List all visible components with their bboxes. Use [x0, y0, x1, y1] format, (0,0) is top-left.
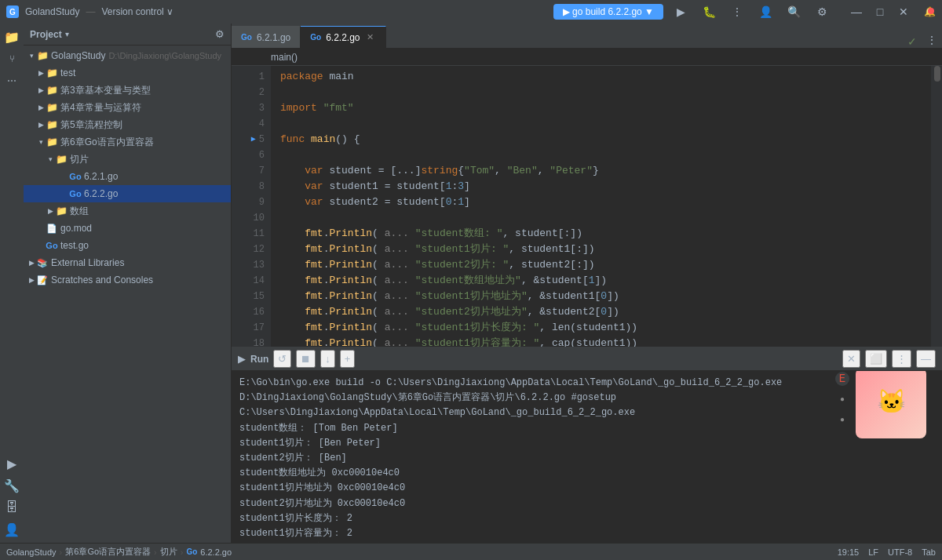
run-minimize-button[interactable]: — [916, 350, 936, 368]
vscroll-thumb[interactable] [934, 66, 940, 82]
run-add-button[interactable]: + [340, 350, 356, 368]
tab-icon-622: Go [310, 33, 321, 42]
tree-item-scratches[interactable]: ▶ 📝 Scratches and Consoles [24, 271, 231, 289]
tree-item-ch5[interactable]: ▶ 📁 第5章流程控制 [24, 116, 231, 133]
tree-item-6.2.1[interactable]: ▶ Go 6.2.1.go [24, 168, 231, 185]
run-scroll-button[interactable]: ↓ [320, 350, 335, 368]
version-control-button[interactable]: Version control ∨ [101, 6, 173, 17]
tree-item-test[interactable]: ▶ 📁 test [24, 64, 231, 82]
code-line-8: var student1 = student[1:3] [280, 179, 931, 195]
sidebar-icon-settings[interactable]: 🔧 [2, 475, 22, 496]
run-output-line-1: E:\Go\bin\go.exe build -o C:\Users\DingJ… [239, 376, 934, 405]
run-panel-header: ▶ Run ↺ ⏹ ↓ + ✕ ⬜ ⋮ — [232, 347, 942, 371]
sidebar-icon-more[interactable]: ⋯ [2, 71, 22, 91]
status-lf[interactable]: LF [868, 547, 878, 557]
tab-close-622[interactable]: ✕ [365, 32, 376, 43]
status-path-1[interactable]: GolangStudy [6, 547, 57, 557]
tree-label-slices: 切片 [70, 153, 89, 166]
sidebar-icon-bottom1[interactable]: 👤 [2, 519, 22, 540]
line-18: 18 [232, 336, 271, 347]
line-10: 10 [232, 210, 271, 226]
status-path-3[interactable]: 切片 [160, 546, 177, 558]
tree-label-ch5: 第5章流程控制 [60, 118, 122, 132]
tree-icon-slices: 📁 [55, 153, 68, 165]
status-right: 19:15 LF UTF-8 Tab [838, 547, 936, 557]
tab-more-icon[interactable]: ⋮ [925, 32, 939, 48]
sidebar-icon-folder[interactable]: 📁 [2, 27, 22, 47]
run-stop-button[interactable]: ⏹ [296, 350, 316, 368]
tree-item-ch4[interactable]: ▶ 📁 第4章常量与运算符 [24, 99, 231, 116]
run-restart-button[interactable]: ↺ [273, 350, 291, 368]
code-content[interactable]: package main import "fmt" func main() { … [271, 66, 931, 347]
window-controls: — □ ✕ [845, 3, 915, 20]
tree-arrow-test: ▶ [36, 68, 46, 78]
tree-item-ch3[interactable]: ▶ 📁 第3章基本变量与类型 [24, 82, 231, 99]
tab-6.2.2[interactable]: Go 6.2.2.go ✕ [301, 26, 385, 48]
maximize-button[interactable]: □ [869, 3, 891, 20]
tree-item-testgo[interactable]: ▶ Go test.go [24, 237, 231, 254]
tree-item-ch6[interactable]: ▾ 📁 第6章Go语言内置容器 [24, 133, 231, 151]
sidebar-icon-db[interactable]: 🗄 [2, 497, 22, 518]
code-line-7: var student = [...]string{"Tom", "Ben", … [280, 163, 931, 179]
project-panel-header: Project ▾ ⚙ [24, 24, 231, 45]
app-icon: G [6, 5, 19, 18]
app-title: GolandStudy [25, 6, 79, 17]
code-editor[interactable]: 1 2 3 4 ▶5 6 7 8 9 10 11 12 13 14 15 16 [232, 66, 942, 347]
tab-actions: ⋮ [922, 32, 942, 48]
tree-icon-ch4: 📁 [46, 101, 58, 114]
minimize-button[interactable]: — [845, 3, 867, 20]
tree-label-arrays: 数组 [70, 205, 89, 218]
run-output: 🐱 E ● ● E:\Go\bin\go.exe build -o C:\Use… [232, 371, 942, 543]
tab-6.2.1[interactable]: Go 6.2.1.go [232, 26, 301, 48]
tree-label-ch6: 第6章Go语言内置容器 [60, 136, 154, 149]
settings-icon-button[interactable]: ⚙ [811, 3, 833, 20]
tree-item-arrays[interactable]: ▶ 📁 数组 [24, 202, 231, 220]
search-icon-button[interactable]: 🔍 [783, 3, 805, 20]
tree-icon-root: 📁 [36, 49, 49, 62]
profile-icon-button[interactable]: 👤 [754, 3, 776, 20]
status-lf-label: LF [868, 547, 878, 557]
tree-item-gomod[interactable]: ▶ 📄 go.mod [24, 220, 231, 237]
run-output-line-6: student数组地址为 0xc00010e4c0 [239, 466, 934, 481]
line-15: 15 [232, 289, 271, 304]
tree-arrow-arrays: ▶ [46, 206, 55, 216]
run-build-button[interactable]: ▶ go build 6.2.2.go ▼ [553, 4, 663, 20]
status-bar: GolangStudy › 第6章Go语言内置容器 › 切片 › Go 6.2.… [0, 543, 942, 560]
tree-icon-gomod: 📄 [46, 222, 58, 235]
status-position[interactable]: 19:15 [838, 547, 860, 557]
line-4: 4 [232, 116, 271, 132]
run-output-line-7: student1切片地址为 0xc00010e4c0 [239, 481, 934, 496]
status-path-2[interactable]: 第6章Go语言内置容器 [65, 546, 151, 558]
status-indent[interactable]: Tab [922, 547, 936, 557]
tree-arrow-ch4: ▶ [36, 103, 46, 112]
sidebar-icon-git[interactable]: ⑂ [2, 49, 22, 69]
notification-bell[interactable]: 🔔 [924, 6, 936, 17]
run-panel: ▶ Run ↺ ⏹ ↓ + ✕ ⬜ ⋮ — 🐱 [232, 347, 942, 543]
run-output-line-2: C:\Users\DingJiaxiong\AppData\Local\Temp… [239, 405, 934, 420]
sidebar-icon-run-side[interactable]: ▶ [2, 453, 22, 474]
sidebar-icons: 📁 ⑂ ⋯ ▶ 🔧 🗄 👤 [0, 24, 24, 543]
project-header-gear[interactable]: ⚙ [215, 28, 225, 40]
project-panel: Project ▾ ⚙ ▾ 📁 GolangStudy D:\DingJiaxi… [24, 24, 232, 543]
tree-item-6.2.2[interactable]: ▶ Go 6.2.2.go [24, 185, 231, 202]
run-icon-button[interactable]: ▶ [670, 3, 692, 20]
tree-item-ext-libs[interactable]: ▶ 📚 External Libraries [24, 254, 231, 271]
debug-icon-button[interactable]: 🐛 [698, 3, 720, 20]
code-line-6 [280, 147, 931, 163]
run-close-button[interactable]: ✕ [842, 350, 860, 368]
tree-label-ch3: 第3章基本变量与类型 [60, 84, 151, 97]
tree-item-slices[interactable]: ▾ 📁 切片 [24, 151, 231, 168]
status-path-4[interactable]: 6.2.2.go [200, 547, 232, 557]
run-more-button[interactable]: ⋮ [892, 350, 911, 368]
editor-vscroll[interactable] [931, 66, 942, 347]
tab-label-622: 6.2.2.go [326, 32, 360, 43]
status-charset[interactable]: UTF-8 [888, 547, 912, 557]
run-output-line-5: student2切片： [Ben] [239, 451, 934, 466]
tree-icon-test: 📁 [46, 67, 58, 79]
close-button[interactable]: ✕ [893, 3, 915, 20]
run-expand-button[interactable]: ⬜ [865, 350, 887, 368]
version-control-chevron: ∨ [166, 6, 173, 17]
tree-item-root[interactable]: ▾ 📁 GolangStudy D:\DingJiaxiong\GolangSt… [24, 47, 231, 64]
run-build-label: ▶ go build 6.2.2.go ▼ [563, 6, 654, 17]
more-icon-button[interactable]: ⋮ [726, 3, 748, 20]
